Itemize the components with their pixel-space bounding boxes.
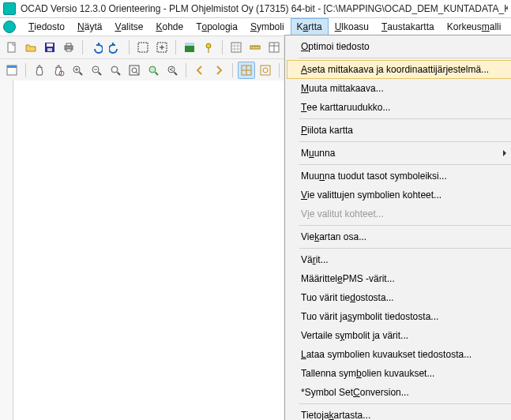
zoom-extent-button[interactable] [153, 39, 171, 56]
svg-rect-15 [231, 43, 241, 52]
svg-rect-7 [138, 43, 148, 52]
svg-rect-5 [66, 43, 71, 46]
pan-live-button[interactable] [50, 62, 67, 79]
map-layer-button[interactable] [181, 39, 198, 56]
menu-symbol-set-conversion[interactable]: *Symbol Set Conversion... [287, 383, 511, 402]
svg-rect-6 [66, 49, 71, 51]
menu-muunna-tuodut-tasot[interactable]: Muunna tuodut tasot symboleiksi... [287, 167, 511, 186]
menu-varit[interactable]: Värit... [287, 250, 511, 269]
submenu-arrow-icon [503, 150, 506, 156]
zoom-in-button[interactable] [69, 62, 86, 79]
menu-separator [299, 403, 511, 404]
menu-tallenna-kuvaukset[interactable]: Tallenna symbolien kuvaukset... [287, 364, 511, 383]
open-file-button[interactable] [22, 39, 39, 56]
menu-ulkoasu[interactable]: Ulkoasu [329, 18, 375, 36]
menu-nayta[interactable]: Näytä [71, 18, 108, 36]
menu-kohde[interactable]: Kohde [149, 18, 190, 36]
undo-button[interactable] [88, 39, 105, 56]
svg-rect-50 [261, 66, 270, 75]
table-button[interactable] [265, 39, 283, 56]
print-button[interactable] [60, 39, 77, 56]
toolbar-separator [279, 63, 280, 77]
menu-separator [299, 225, 511, 226]
grid-button[interactable] [227, 39, 245, 56]
svg-rect-12 [185, 43, 194, 46]
menu-gps[interactable]: GPS [507, 18, 511, 36]
save-button[interactable] [41, 39, 58, 56]
menu-separator [299, 164, 511, 165]
next-view-button[interactable] [210, 62, 227, 79]
zoom-all-button[interactable] [126, 62, 143, 79]
svg-point-13 [206, 43, 211, 48]
zoom-selection-button[interactable] [145, 62, 162, 79]
menu-separator [299, 118, 511, 119]
snap-object-button[interactable] [257, 62, 274, 79]
redo-button[interactable] [107, 39, 124, 56]
window-title: OCAD Versio 12.3.0 Orienteering - PLM Oh… [21, 3, 508, 14]
menu-muunna[interactable]: Muunna [287, 144, 511, 163]
menu-optimoi-tiedosto[interactable]: Optimoi tiedosto [287, 37, 511, 56]
menu-tuo-varit[interactable]: Tuo värit tiedostosta... [287, 288, 511, 307]
toolbar-separator [82, 40, 83, 54]
svg-point-51 [263, 68, 268, 73]
toolbar-separator [129, 40, 130, 54]
menu-muuta-mittakaava[interactable]: Muuta mittakaava... [287, 79, 511, 98]
zoom-out-button[interactable] [88, 62, 105, 79]
menu-vertaile-symbolit[interactable]: Vertaile symbolit ja värit... [287, 326, 511, 345]
svg-rect-0 [8, 43, 15, 52]
menu-kartta[interactable]: Kartta [291, 18, 329, 36]
toolbar-separator [186, 63, 186, 77]
menu-tietoja-kartasta[interactable]: Tietoja kartasta... [287, 406, 511, 420]
select-rect-button[interactable] [134, 39, 152, 56]
menu-symboli[interactable]: Symboli [244, 18, 291, 36]
svg-line-46 [175, 73, 178, 76]
ruler-button[interactable] [246, 39, 264, 56]
ocad-logo-icon [3, 21, 16, 33]
window-list-button[interactable] [3, 62, 21, 79]
prev-view-button[interactable] [191, 62, 209, 79]
menu-lataa-kuvaukset[interactable]: Lataa symbolien kuvaukset tiedostosta... [287, 345, 511, 364]
menu-vie-valittujen-symbolien[interactable]: Vie valittujen symbolien kohteet... [287, 186, 511, 204]
svg-rect-2 [47, 43, 53, 47]
app-icon [3, 2, 16, 15]
svg-line-44 [156, 73, 159, 76]
menu-separator [299, 141, 511, 142]
zoom-previous-button[interactable] [163, 62, 181, 79]
menu-bar: Tiedosto Näytä Valitse Kohde Topologia S… [0, 18, 511, 36]
menu-piilota-kartta[interactable]: Piilota kartta [287, 121, 511, 140]
svg-line-35 [99, 73, 102, 76]
new-file-button[interactable] [3, 39, 21, 56]
svg-line-38 [118, 73, 121, 76]
kartta-dropdown: Optimoi tiedosto Aseta mittakaava ja koo… [284, 35, 511, 420]
menu-topologia[interactable]: Topologia [190, 18, 244, 36]
menu-valitse[interactable]: Valitse [108, 18, 149, 36]
toolbar-separator [175, 40, 176, 54]
toolbar-separator [222, 40, 223, 54]
toolbar-separator [25, 63, 26, 77]
zoom-window-button[interactable] [107, 62, 124, 79]
menu-tuo-varit-symbolit[interactable]: Tuo värit ja symbolit tiedostosta... [287, 307, 511, 326]
menu-vie-valitut-kohteet: Vie valitut kohteet... [287, 204, 511, 223]
menu-korkeusmalli[interactable]: Korkeusmalli [441, 18, 508, 36]
svg-point-43 [149, 66, 156, 73]
menu-separator [299, 58, 511, 58]
svg-line-31 [80, 73, 83, 76]
title-bar: OCAD Versio 12.3.0 Orienteering - PLM Oh… [0, 0, 511, 18]
menu-pms-varit[interactable]: Määrittele PMS -värit... [287, 269, 511, 288]
vertical-ruler [0, 81, 13, 420]
menu-taustakartta[interactable]: Taustakartta [375, 18, 441, 36]
menu-tiedosto[interactable]: Tiedosto [22, 18, 71, 36]
svg-rect-3 [47, 48, 52, 51]
menu-separator [299, 248, 511, 249]
menu-tee-karttaruudukko[interactable]: Tee karttaruudukko... [287, 98, 511, 117]
svg-line-42 [136, 72, 138, 74]
pan-button[interactable] [31, 62, 48, 79]
gps-button[interactable] [200, 39, 217, 56]
toolbar-separator [232, 63, 233, 77]
snap-grid-button[interactable] [238, 62, 255, 79]
menu-vie-kartan-osa[interactable]: Vie kartan osa... [287, 227, 511, 246]
svg-rect-28 [7, 66, 17, 68]
menu-aseta-mittakaava[interactable]: Aseta mittakaava ja koordinaattijärjeste… [287, 60, 511, 79]
